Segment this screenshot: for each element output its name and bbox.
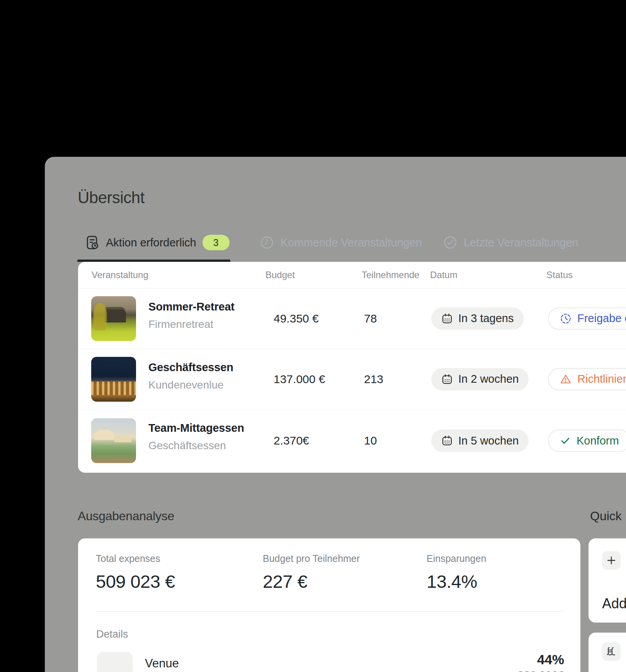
table-row[interactable]: Team-Mittagessen Geschäftsessen 2.370€ 1… bbox=[78, 409, 626, 472]
event-category: Geschäftsessen bbox=[148, 440, 226, 452]
stat-label-savings: Einsparungen bbox=[427, 553, 486, 564]
stat-label-budget-per-attendee: Budget pro Teilnehmer bbox=[263, 553, 360, 564]
date-chip-label: In 5 wochen bbox=[458, 434, 519, 447]
tab-label: Aktion erforderlich bbox=[106, 236, 196, 249]
calendar-icon bbox=[441, 373, 453, 385]
date-chip: In 3 tagens bbox=[431, 307, 524, 330]
page-title: Übersicht bbox=[78, 188, 145, 207]
event-category: Firmenretreat bbox=[148, 318, 213, 331]
date-chip-label: In 2 wochen bbox=[458, 373, 519, 385]
calendar-icon bbox=[441, 435, 453, 446]
warning-triangle-icon bbox=[560, 373, 572, 385]
date-chip-label: In 3 tagens bbox=[458, 312, 514, 325]
plus-icon-box[interactable] bbox=[602, 551, 621, 570]
stat-value-savings: 13.4% bbox=[427, 571, 477, 592]
section-title-ausgabenanalyse: Ausgabenanalyse bbox=[78, 509, 174, 523]
check-circle-icon bbox=[443, 235, 458, 250]
clock-icon bbox=[260, 235, 274, 250]
status-label: Richtlinienw bbox=[577, 373, 626, 385]
col-header-veranstaltung: Veranstaltung bbox=[92, 270, 148, 280]
date-chip: In 2 wochen bbox=[431, 368, 529, 390]
table-row[interactable]: Sommer-Retreat Firmenretreat 49.350 € 78… bbox=[78, 288, 626, 349]
venue-icon-box bbox=[97, 652, 133, 672]
event-name: Geschäftsessen bbox=[148, 361, 233, 374]
event-thumbnail-dinner bbox=[91, 357, 136, 402]
detail-item-label: Venue bbox=[145, 657, 179, 670]
stat-label-total-expenses: Total expenses bbox=[96, 553, 160, 564]
stat-value-total-expenses: 509 023 € bbox=[96, 571, 175, 592]
event-attendees: 78 bbox=[364, 312, 377, 325]
tab-label: Kommende Veranstaltungen bbox=[281, 236, 422, 249]
pool-ladder-icon bbox=[606, 646, 617, 657]
status-label: Konform bbox=[577, 434, 619, 447]
section-title-quick-actions: Quick bbox=[590, 509, 626, 523]
status-badge: Richtlinienw bbox=[548, 368, 626, 390]
quick-action-add-card[interactable]: Add bbox=[589, 538, 626, 623]
event-category: Kundenevenlue bbox=[148, 379, 224, 391]
detail-item-amount: 226 000€ bbox=[517, 669, 564, 672]
table-row[interactable]: Geschäftsessen Kundenevenlue 137.000 € 2… bbox=[78, 349, 626, 409]
tab-aktion-erforderlich[interactable]: Aktion erforderlich 3 bbox=[84, 233, 230, 252]
venue-building-icon bbox=[106, 670, 123, 672]
status-badge: Konform bbox=[548, 429, 626, 452]
col-header-teilnehmende: Teilnehmende bbox=[362, 270, 419, 280]
tab-count-badge: 3 bbox=[202, 235, 230, 250]
event-budget: 49.350 € bbox=[274, 312, 319, 325]
col-header-datum: Datum bbox=[430, 270, 458, 280]
event-attendees: 213 bbox=[364, 373, 383, 386]
event-thumbnail-terrace bbox=[91, 418, 136, 463]
tab-kommende-veranstaltungen[interactable]: Kommende Veranstaltungen bbox=[260, 233, 422, 252]
col-header-status: Status bbox=[546, 270, 573, 280]
pool-ladder-icon-box[interactable] bbox=[602, 642, 621, 661]
document-clock-icon bbox=[84, 235, 100, 250]
event-name: Sommer-Retreat bbox=[148, 300, 235, 313]
quick-action-label: Add bbox=[602, 596, 626, 612]
status-badge: Freigabe erf bbox=[548, 307, 626, 330]
expense-analysis-card: Total expenses 509 023 € Budget pro Teil… bbox=[78, 538, 580, 672]
status-label: Freigabe erf bbox=[577, 312, 626, 325]
details-label: Details bbox=[96, 628, 128, 640]
calendar-icon bbox=[441, 313, 453, 324]
event-attendees: 10 bbox=[364, 434, 377, 447]
stat-value-budget-per-attendee: 227 € bbox=[263, 571, 307, 592]
quick-action-venue-card[interactable] bbox=[589, 633, 626, 672]
col-header-budget: Budget bbox=[265, 270, 295, 280]
tab-letzte-veranstaltungen[interactable]: Letzte Veranstaltungen bbox=[443, 233, 578, 252]
screenshot-canvas: Übersicht Aktion erforderlich 3 Kommende… bbox=[0, 0, 626, 672]
event-name: Team-Mittagessen bbox=[148, 422, 244, 434]
analysis-divider bbox=[96, 611, 564, 612]
check-icon bbox=[560, 435, 571, 446]
plus-icon bbox=[606, 555, 617, 566]
clock-dashed-icon bbox=[560, 312, 572, 325]
event-budget: 137.000 € bbox=[274, 373, 325, 386]
events-table: Veranstaltung Budget Teilnehmende Datum … bbox=[78, 262, 626, 473]
tab-label: Letzte Veranstaltungen bbox=[464, 236, 578, 249]
event-budget: 2.370€ bbox=[274, 434, 309, 447]
detail-item-percent: 44% bbox=[537, 652, 564, 667]
event-thumbnail-retreat bbox=[91, 296, 136, 341]
date-chip: In 5 wochen bbox=[431, 429, 529, 452]
